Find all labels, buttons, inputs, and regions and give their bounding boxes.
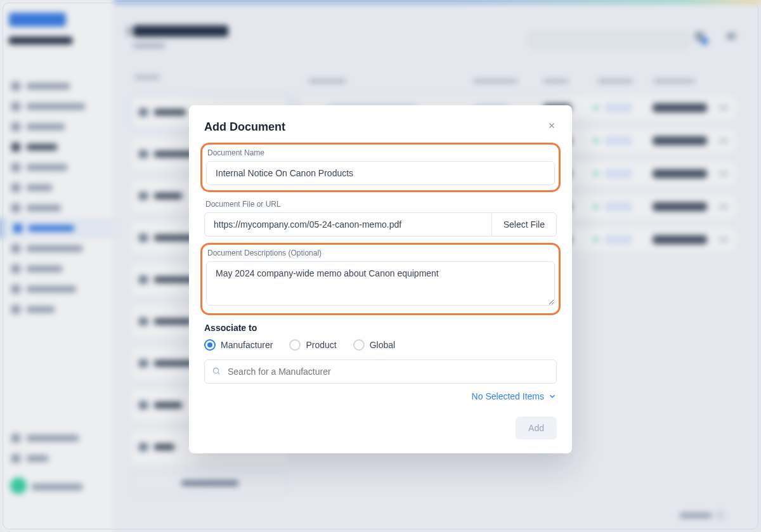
close-icon xyxy=(547,121,556,130)
document-file-label: Document File or URL xyxy=(204,200,557,209)
document-name-label: Document Name xyxy=(206,148,555,157)
document-name-input[interactable] xyxy=(206,161,555,185)
associate-to-label: Associate to xyxy=(204,323,557,333)
document-file-field: Document File or URL Select File xyxy=(204,200,557,237)
modal-footer: Add xyxy=(204,417,557,439)
radio-icon xyxy=(204,339,216,351)
radio-product-label: Product xyxy=(306,340,336,350)
radio-global[interactable]: Global xyxy=(353,339,395,351)
document-description-input[interactable] xyxy=(206,261,555,306)
radio-product[interactable]: Product xyxy=(289,339,336,351)
modal-title: Add Document xyxy=(204,120,557,134)
modal-backdrop: Add Document Document Name Document File… xyxy=(0,0,761,532)
document-description-label: Document Descriptions (Optional) xyxy=(206,249,555,257)
close-button[interactable] xyxy=(545,119,558,132)
radio-manufacturer[interactable]: Manufacturer xyxy=(204,339,273,351)
no-selected-items-label: No Selected Items xyxy=(472,391,544,401)
document-name-highlight: Document Name xyxy=(200,143,561,192)
radio-icon xyxy=(353,339,365,351)
associate-search-input[interactable] xyxy=(204,360,557,384)
chevron-down-icon xyxy=(548,392,557,401)
select-file-button[interactable]: Select File xyxy=(491,212,557,237)
add-button[interactable]: Add xyxy=(516,417,557,439)
radio-icon xyxy=(289,339,301,351)
no-selected-items-toggle[interactable]: No Selected Items xyxy=(204,391,557,401)
add-document-modal: Add Document Document Name Document File… xyxy=(189,105,572,453)
radio-global-label: Global xyxy=(370,340,395,350)
search-icon xyxy=(212,367,221,375)
radio-manufacturer-label: Manufacturer xyxy=(221,340,273,350)
associate-search-wrap xyxy=(204,360,557,384)
document-file-input[interactable] xyxy=(204,212,491,237)
svg-point-2 xyxy=(213,368,218,373)
document-description-highlight: Document Descriptions (Optional) xyxy=(200,243,561,315)
associate-radio-group: Manufacturer Product Global xyxy=(204,339,557,351)
svg-line-3 xyxy=(218,373,220,375)
